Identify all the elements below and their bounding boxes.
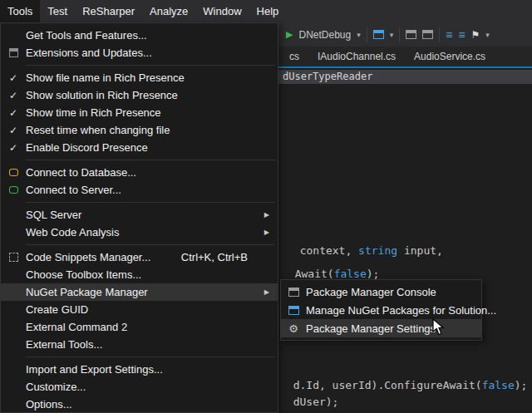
menubar-item-tools[interactable]: Tools [0, 0, 40, 22]
submenu-item-package-manager-console[interactable]: Package Manager Console [281, 283, 481, 301]
submenu-arrow-icon: ▶ [264, 211, 269, 219]
menu-item-code-snippets-manager[interactable]: Code Snippets Manager... Ctrl+K, Ctrl+B [1, 248, 278, 266]
checkmark-icon: ✓ [1, 142, 26, 154]
menu-item-label: Show time in Rich Presence [26, 106, 161, 119]
menu-item-sql-server[interactable]: SQL Server ▶ [1, 206, 278, 224]
tools-menu: Get Tools and Features... Extensions and… [0, 22, 278, 413]
snippets-icon [1, 253, 26, 262]
menu-item-connect-to-database[interactable]: Connect to Database... [1, 164, 278, 181]
menu-item-label: Manage NuGet Packages for Solution... [306, 304, 496, 317]
extensions-icon [1, 48, 26, 57]
menu-item-label: Enable Discord Presence [26, 141, 148, 154]
menu-item-web-code-analysis[interactable]: Web Code Analysis ▶ [1, 224, 278, 241]
nuget-submenu: Package Manager Console Manage NuGet Pac… [280, 279, 482, 341]
menu-item-label: Reset time when changing file [26, 124, 170, 136]
attach-to-process-icon[interactable] [373, 30, 384, 39]
menu-item-options[interactable]: Options... [1, 396, 278, 413]
checkmark-icon: ✓ [1, 90, 26, 101]
menu-item-label: Import and Export Settings... [26, 363, 163, 376]
indent-increase-icon[interactable]: ≡ [458, 29, 465, 41]
debug-target-dropdown[interactable]: DNetDebug [298, 29, 351, 41]
submenu-item-manage-nuget-packages[interactable]: Manage NuGet Packages for Solution... [281, 301, 481, 319]
menubar-item-analyze[interactable]: Analyze [142, 0, 195, 22]
menu-item-label: Web Code Analysis [26, 226, 120, 238]
menu-bar: Tools Test ReSharper Analyze Window Help [0, 0, 532, 22]
menu-separator [26, 356, 275, 357]
menu-item-extensions-and-updates[interactable]: Extensions and Updates... [1, 44, 278, 61]
menu-item-reset-time[interactable]: ✓ Reset time when changing file [1, 121, 278, 139]
menubar-item-window[interactable]: Window [195, 0, 249, 22]
checkmark-icon: ✓ [1, 125, 26, 136]
menu-item-external-tools[interactable]: External Tools... [1, 336, 278, 353]
menu-item-label: Show solution in Rich Presence [26, 89, 178, 101]
submenu-item-package-manager-settings[interactable]: ⚙ Package Manager Settings [281, 319, 481, 337]
indent-decrease-icon[interactable]: ≡ [446, 29, 452, 41]
menu-item-label: External Command 2 [26, 321, 127, 333]
menu-item-label: Get Tools and Features... [26, 29, 147, 42]
checkmark-icon: ✓ [1, 107, 26, 119]
bookmark-icon[interactable]: ⚑ [471, 29, 480, 41]
new-window-icon[interactable] [406, 30, 416, 39]
menu-item-show-time[interactable]: ✓ Show time in Rich Presence [1, 104, 278, 121]
menu-item-label: Code Snippets Manager... [26, 251, 150, 263]
database-icon [1, 169, 26, 176]
code-text: Await( [295, 268, 334, 280]
debug-target-caret-icon[interactable]: ▾ [357, 31, 361, 39]
server-icon [1, 186, 26, 194]
open-file-icon[interactable] [422, 30, 433, 39]
menu-item-show-file-name[interactable]: ✓ Show file name in Rich Presence [1, 69, 278, 86]
menu-item-import-export-settings[interactable]: Import and Export Settings... [1, 361, 278, 378]
menu-item-label: NuGet Package Manager [26, 286, 148, 298]
menu-item-shortcut: Ctrl+K, Ctrl+B [181, 251, 248, 263]
code-text: ); [515, 379, 528, 391]
menu-item-label: Customize... [26, 381, 86, 393]
menu-item-label: Create GUID [26, 303, 88, 316]
menubar-item-help[interactable]: Help [249, 0, 287, 22]
menu-item-label: Options... [26, 398, 72, 411]
code-line: Await(false); [282, 255, 379, 280]
menu-item-enable-discord-presence[interactable]: ✓ Enable Discord Presence [1, 139, 278, 156]
code-keyword: false [334, 268, 367, 280]
tab-audioservice[interactable]: AudioService.cs [405, 47, 495, 66]
menu-separator [26, 202, 275, 203]
console-icon [281, 288, 306, 297]
menu-item-get-tools-and-features[interactable]: Get Tools and Features... [1, 27, 278, 44]
tab-iaudiochannel[interactable]: IAudioChannel.cs [308, 47, 405, 66]
menu-item-external-command-2[interactable]: External Command 2 [1, 318, 278, 336]
gear-icon: ⚙ [281, 323, 306, 334]
menu-separator [26, 244, 275, 245]
menu-separator [26, 65, 275, 66]
menu-separator [26, 160, 275, 160]
code-keyword: false [482, 379, 515, 391]
toolbar-separator [439, 27, 440, 42]
menu-item-label: Choose Toolbox Items... [26, 268, 141, 281]
nuget-packages-icon [281, 306, 306, 315]
toolbar-overflow-caret-icon[interactable]: ▾ [485, 31, 490, 39]
submenu-arrow-icon: ▶ [264, 288, 269, 296]
menu-item-choose-toolbox-items[interactable]: Choose Toolbox Items... [1, 266, 278, 283]
menu-item-label: Package Manager Console [306, 286, 436, 298]
code-line: context, string input, [287, 232, 443, 257]
menu-item-label: Show file name in Rich Presence [26, 71, 185, 84]
toolbar-separator [367, 27, 367, 42]
menu-item-show-solution[interactable]: ✓ Show solution in Rich Presence [1, 86, 278, 104]
code-line: se); [280, 401, 319, 413]
menubar-item-test[interactable]: Test [40, 0, 75, 22]
start-debug-icon[interactable]: ▶ [286, 29, 293, 40]
submenu-arrow-icon: ▶ [264, 229, 269, 236]
attach-caret-icon[interactable]: ▾ [390, 31, 394, 39]
toolbar-separator [399, 27, 400, 42]
menu-item-connect-to-server[interactable]: Connect to Server... [1, 181, 278, 199]
menubar-item-resharper[interactable]: ReSharper [75, 0, 142, 22]
menu-item-create-guid[interactable]: Create GUID [1, 301, 278, 318]
menu-item-label: Package Manager Settings [306, 322, 436, 335]
code-text: input, [397, 244, 443, 257]
menu-item-nuget-package-manager[interactable]: NuGet Package Manager ▶ [1, 283, 278, 301]
checkmark-icon: ✓ [1, 72, 26, 84]
tab-partial-cs[interactable]: cs [280, 47, 308, 66]
menu-item-customize[interactable]: Customize... [1, 378, 278, 396]
code-text: ); [367, 268, 380, 280]
menu-item-label: Connect to Database... [26, 166, 136, 179]
menu-item-label: SQL Server [26, 209, 81, 221]
menu-item-label: External Tools... [26, 338, 102, 351]
